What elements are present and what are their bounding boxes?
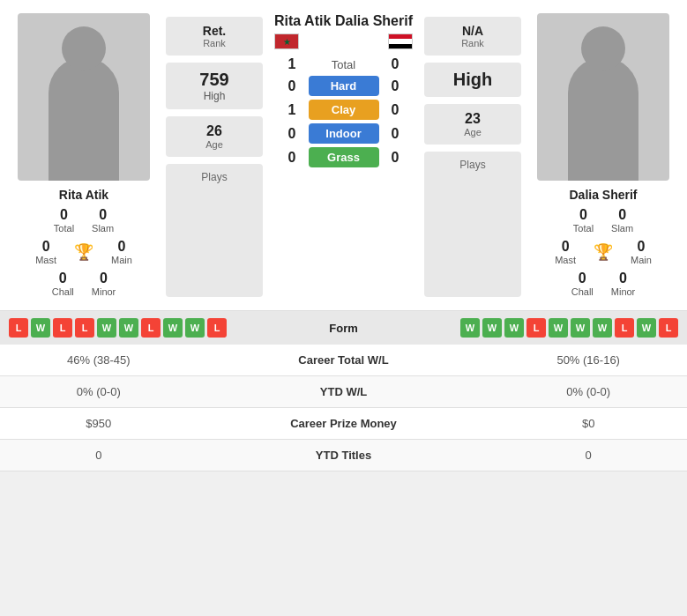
center-scores-col: Rita Atik Dalia Sherif 1 Total 0 0 Hard … [270, 13, 417, 297]
form-badge: W [637, 318, 656, 338]
player1-minor-block: 0 Minor [92, 271, 116, 297]
total-score-row: 1 Total 0 [270, 56, 417, 72]
player1-high-value: 759 [175, 70, 254, 90]
player1-slam-label: Slam [92, 223, 114, 234]
player1-rank-label: Ret. [175, 24, 254, 38]
player2-rank-label: N/A [433, 24, 512, 38]
player1-age-value: 26 [175, 123, 254, 139]
form-badge: W [31, 318, 50, 338]
player2-minor-block: 0 Minor [611, 271, 636, 297]
player1-flag [274, 33, 299, 49]
player2-minor-label: Minor [611, 286, 636, 297]
player2-rank-sub: Rank [433, 38, 512, 48]
player2-chall-value: 0 [579, 271, 586, 286]
player2-main-value: 0 [637, 239, 645, 255]
clay-score-row: 1 Clay 0 [270, 100, 417, 120]
form-badge: W [119, 318, 138, 338]
player2-high-value: High [433, 70, 512, 90]
player1-main-block: 0 Main [111, 239, 132, 265]
grass-button[interactable]: Grass [309, 147, 379, 167]
player1-middle-col: Ret. Rank 759 High 26 Age Plays [166, 13, 263, 297]
stats-row: 46% (38-45) Career Total W/L 50% (16-16) [0, 345, 687, 376]
center-player2-name: Dalia Sherif [335, 13, 413, 29]
stat-p2-value: 50% (16-16) [489, 345, 687, 376]
player2-photo [537, 13, 669, 181]
form-badge: W [593, 318, 612, 338]
player1-chall-label: Chall [52, 286, 74, 297]
player2-age-box: 23 Age [424, 104, 521, 145]
player1-slam-block: 0 Slam [92, 207, 114, 234]
player1-photo [18, 13, 150, 181]
stats-row: 0% (0-0) YTD W/L 0% (0-0) [0, 376, 687, 408]
form-badge: L [207, 318, 227, 338]
player2-minor-value: 0 [619, 271, 627, 286]
player1-mast-label: Mast [35, 255, 56, 265]
stats-row: 0 YTD Titles 0 [0, 440, 687, 471]
player1-name: Rita Atik [59, 188, 108, 202]
player2-stats-row3: 0 Chall 0 Minor [571, 271, 636, 297]
form-label: Form [329, 322, 358, 335]
player1-total-block: 0 Total [54, 207, 74, 234]
indoor-score-row: 0 Indoor 0 [270, 123, 417, 144]
trophy-icon-left: 🏆 [74, 242, 93, 262]
clay-score-p2: 0 [382, 102, 408, 118]
player2-age-label: Age [433, 127, 512, 137]
clay-score-p1: 1 [279, 102, 305, 118]
form-badge: L [526, 318, 546, 338]
stat-p1-value: $950 [0, 408, 198, 440]
clay-button[interactable]: Clay [309, 100, 379, 120]
trophy-icon-right: 🏆 [594, 242, 613, 262]
top-section: Rita Atik 0 Total 0 Slam 0 Mast 🏆 0 [0, 0, 687, 310]
player1-age-box: 26 Age [166, 116, 263, 157]
player1-chall-value: 0 [59, 271, 67, 286]
player1-silhouette [49, 57, 119, 181]
stat-p2-value: 0 [489, 440, 687, 471]
player2-flag [388, 33, 413, 49]
player2-slam-label: Slam [611, 223, 633, 234]
stat-p2-value: $0 [489, 408, 687, 440]
player1-high-box: 759 High [166, 63, 263, 109]
hard-button[interactable]: Hard [309, 76, 379, 96]
center-player1-name: Rita Atik [274, 13, 331, 29]
stats-table: 46% (38-45) Career Total W/L 50% (16-16)… [0, 345, 687, 471]
form-badge: W [460, 318, 480, 338]
total-label: Total [332, 58, 355, 71]
form-section: LWLLWWLWWL Form WWWLWWWLWL [0, 310, 687, 345]
indoor-button[interactable]: Indoor [309, 123, 379, 144]
form-badge: W [163, 318, 183, 338]
indoor-score-p1: 0 [279, 126, 305, 142]
form-badge: L [659, 318, 678, 338]
player1-high-label: High [175, 90, 254, 102]
player1-stats-row1: 0 Total 0 Slam [54, 207, 114, 234]
player2-plays-label: Plays [433, 159, 512, 171]
player1-slam-value: 0 [99, 207, 107, 223]
stat-label: Career Prize Money [198, 408, 490, 440]
stat-p1-value: 0% (0-0) [0, 376, 198, 408]
form-badge: W [504, 318, 524, 338]
indoor-score-p2: 0 [382, 126, 408, 142]
player2-total-label: Total [573, 223, 594, 234]
grass-score-row: 0 Grass 0 [270, 147, 417, 167]
stat-p2-value: 0% (0-0) [489, 376, 687, 408]
player2-plays-box: Plays [424, 152, 521, 297]
player2-chall-block: 0 Chall [571, 271, 594, 297]
player2-stats-row1: 0 Total 0 Slam [573, 207, 633, 234]
player1-rank-box: Ret. Rank [166, 17, 263, 56]
player1-minor-label: Minor [92, 286, 116, 297]
form-badge: L [9, 318, 28, 338]
player1-plays-label: Plays [175, 171, 254, 183]
stat-label: YTD Titles [198, 440, 490, 471]
player1-chall-block: 0 Chall [52, 271, 74, 297]
player2-slam-value: 0 [618, 207, 626, 223]
stats-row: $950 Career Prize Money $0 [0, 408, 687, 440]
player1-total-value: 0 [60, 207, 68, 223]
player1-form-badges: LWLLWWLWWL [9, 318, 227, 338]
player2-age-value: 23 [433, 111, 512, 127]
form-badge: L [75, 318, 94, 338]
player2-mast-value: 0 [562, 239, 570, 255]
player1-stats-row2: 0 Mast 🏆 0 Main [35, 239, 132, 265]
stat-p1-value: 0 [0, 440, 198, 471]
player2-mast-label: Mast [555, 255, 576, 265]
player1-mast-value: 0 [42, 239, 50, 255]
player1-rank-sub: Rank [175, 38, 254, 48]
